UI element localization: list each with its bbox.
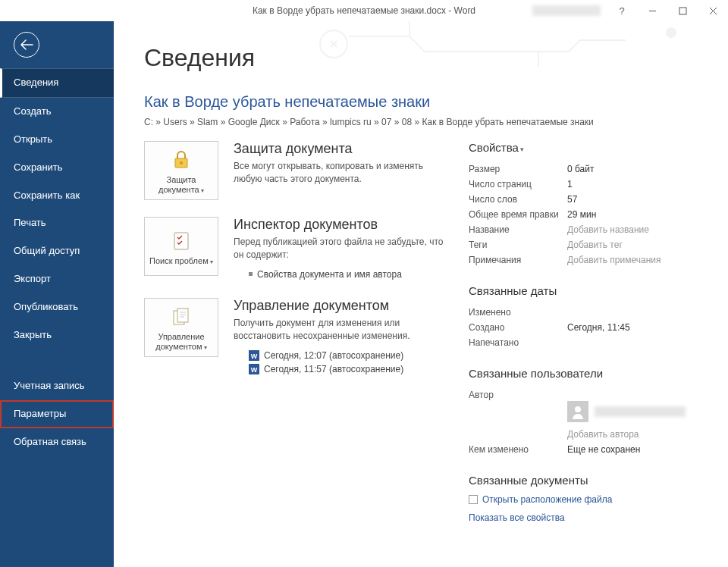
title-bar: Как в Ворде убрать непечатаемые знаки.do… — [0, 0, 728, 21]
nav-account[interactable]: Учетная запись — [0, 372, 114, 400]
inspect-section-title: Инспектор документов — [234, 217, 447, 233]
related-users-heading: Связанные пользователи — [469, 367, 705, 380]
protect-section-desc: Все могут открывать, копировать и изменя… — [234, 160, 447, 186]
protect-document-tile[interactable]: Защита документа — [144, 141, 218, 200]
related-dates-heading: Связанные даты — [469, 284, 705, 297]
prop-modified-label: Изменено — [469, 307, 567, 318]
related-docs-heading: Связанные документы — [469, 474, 705, 487]
nav-new[interactable]: Создать — [0, 98, 114, 126]
show-all-properties[interactable]: Показать все свойства — [469, 512, 705, 523]
prop-printed-label: Напечатано — [469, 337, 567, 348]
author-name-redacted — [595, 406, 686, 417]
page-heading: Сведения — [144, 44, 705, 72]
prop-pages-label: Число страниц — [469, 179, 567, 190]
prop-size-value: 0 байт — [567, 164, 594, 174]
open-location-label: Открыть расположение файла — [482, 494, 612, 505]
word-doc-icon: W — [249, 364, 259, 374]
prop-author-label: Автор — [469, 390, 567, 400]
prop-edittime-value: 29 мин — [567, 209, 596, 220]
nav-share[interactable]: Общий доступ — [0, 237, 114, 265]
prop-lastmod-value: Еще не сохранен — [567, 444, 640, 455]
prop-notes-value[interactable]: Добавить примечания — [567, 255, 661, 265]
nav-close[interactable]: Закрыть — [0, 321, 114, 349]
svg-point-5 — [667, 28, 676, 37]
manage-document-tile[interactable]: Управление документом — [144, 298, 218, 357]
inspect-tile-label: Поиск проблем — [149, 256, 213, 266]
backstage-sidebar: Сведения Создать Открыть Сохранить Сохра… — [0, 21, 114, 567]
check-issues-tile[interactable]: Поиск проблем — [144, 217, 218, 276]
prop-words-label: Число слов — [469, 194, 567, 205]
documents-icon — [171, 305, 192, 329]
breadcrumb: C: » Users » Slam » Google Диск » Работа… — [144, 117, 705, 127]
document-title: Как в Ворде убрать непечатаемые знаки — [144, 93, 705, 111]
window-title: Как в Ворде убрать непечатаемые знаки.do… — [253, 5, 475, 16]
manage-section-title: Управление документом — [234, 298, 447, 314]
nav-info[interactable]: Сведения — [0, 68, 114, 98]
word-doc-icon: W — [249, 350, 259, 361]
open-file-location[interactable]: Открыть расположение файла — [469, 494, 705, 505]
svg-rect-1 — [679, 8, 686, 14]
nav-open[interactable]: Открыть — [0, 126, 114, 154]
manage-section-desc: Получить документ для изменения или восс… — [234, 317, 447, 343]
svg-rect-10 — [177, 309, 188, 322]
prop-size-label: Размер — [469, 164, 567, 174]
svg-point-7 — [180, 161, 183, 164]
nav-publish[interactable]: Опубликовать — [0, 293, 114, 321]
maximize-button[interactable] — [667, 0, 698, 21]
nav-print[interactable]: Печать — [0, 209, 114, 237]
inspect-item-text: Свойства документа и имя автора — [257, 269, 402, 280]
inspect-item: Свойства документа и имя автора — [234, 268, 447, 281]
prop-words-value: 57 — [567, 194, 577, 205]
folder-icon — [469, 495, 478, 504]
inspect-section-desc: Перед публикацией этого файла не забудьт… — [234, 236, 447, 262]
protect-section-title: Защита документа — [234, 141, 447, 157]
nav-export[interactable]: Экспорт — [0, 265, 114, 293]
prop-tags-value[interactable]: Добавить тег — [567, 240, 623, 250]
protect-tile-label: Защита документа — [148, 175, 215, 195]
back-button[interactable] — [14, 32, 39, 58]
minimize-button[interactable] — [637, 0, 667, 21]
version-text: Сегодня, 12:07 (автосохранение) — [264, 350, 403, 361]
prop-created-label: Создано — [469, 322, 567, 333]
prop-pages-value: 1 — [567, 179, 573, 190]
add-author-link[interactable]: Добавить автора — [567, 429, 639, 440]
properties-heading[interactable]: Свойства — [469, 141, 705, 154]
close-button[interactable] — [698, 0, 728, 21]
author-entry[interactable] — [567, 401, 705, 422]
help-button[interactable]: ? — [607, 0, 637, 21]
lock-icon — [171, 148, 192, 172]
nav-options[interactable]: Параметры — [0, 400, 114, 428]
manage-tile-label: Управление документом — [148, 332, 215, 352]
svg-text:W: W — [251, 352, 258, 360]
prop-tags-label: Теги — [469, 240, 567, 250]
nav-feedback[interactable]: Обратная связь — [0, 428, 114, 456]
prop-title-label: Название — [469, 224, 567, 235]
version-item[interactable]: W Сегодня, 11:57 (автосохранение) — [234, 362, 447, 376]
user-account-redacted — [532, 5, 601, 16]
checklist-icon — [171, 229, 192, 253]
svg-point-15 — [575, 406, 581, 412]
content-area: Сведения Как в Ворде убрать непечатаемые… — [114, 21, 728, 567]
prop-notes-label: Примечания — [469, 255, 567, 265]
version-text: Сегодня, 11:57 (автосохранение) — [264, 364, 403, 374]
prop-lastmod-label: Кем изменено — [469, 444, 567, 455]
prop-title-value[interactable]: Добавить название — [567, 224, 649, 235]
avatar-icon — [567, 401, 588, 422]
nav-save[interactable]: Сохранить — [0, 154, 114, 182]
prop-created-value: Сегодня, 11:45 — [567, 322, 630, 333]
nav-save-as[interactable]: Сохранить как — [0, 182, 114, 210]
bullet-icon — [249, 272, 253, 276]
version-item[interactable]: W Сегодня, 12:07 (автосохранение) — [234, 349, 447, 362]
prop-edittime-label: Общее время правки — [469, 209, 567, 220]
svg-text:W: W — [251, 366, 258, 374]
